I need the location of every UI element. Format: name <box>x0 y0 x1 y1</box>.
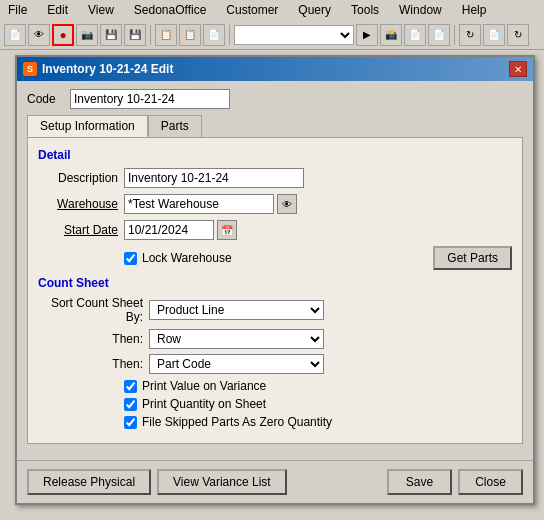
lock-warehouse-checkbox[interactable] <box>124 252 137 265</box>
start-date-input[interactable] <box>124 220 214 240</box>
toolbar-btn-8[interactable]: 📄 <box>203 24 225 46</box>
menu-sedonaoffice[interactable]: SedonaOffice <box>130 2 211 18</box>
toolbar-separator-1 <box>150 25 151 45</box>
dialog-icon: S <box>23 62 37 76</box>
sort-count-sheet-dropdown[interactable]: Product Line Part Code Description Row <box>149 300 324 320</box>
warehouse-row: Warehouse 👁 <box>38 194 512 214</box>
warehouse-field-group: 👁 <box>124 194 297 214</box>
menu-tools[interactable]: Tools <box>347 2 383 18</box>
lock-warehouse-row: Lock Warehouse <box>124 251 232 265</box>
save-button[interactable]: Save <box>387 469 452 495</box>
count-sheet-section: Count Sheet Sort Count Sheet By: Product… <box>38 276 512 429</box>
toolbar-btn-2[interactable]: 👁 <box>28 24 50 46</box>
toolbar-btn-13[interactable]: ↻ <box>459 24 481 46</box>
lock-warehouse-label: Lock Warehouse <box>142 251 232 265</box>
toolbar-separator-2 <box>229 25 230 45</box>
menu-edit[interactable]: Edit <box>43 2 72 18</box>
description-input[interactable] <box>124 168 304 188</box>
detail-section-label: Detail <box>38 148 512 162</box>
menu-view[interactable]: View <box>84 2 118 18</box>
menu-help[interactable]: Help <box>458 2 491 18</box>
print-value-row: Print Value on Variance <box>38 379 512 393</box>
then-1-label: Then: <box>38 332 143 346</box>
warehouse-label: Warehouse <box>38 197 118 211</box>
start-date-label: Start Date <box>38 223 118 237</box>
menu-file[interactable]: File <box>4 2 31 18</box>
toolbar-btn-12[interactable]: 📄 <box>428 24 450 46</box>
close-button[interactable]: Close <box>458 469 523 495</box>
print-quantity-checkbox[interactable] <box>124 398 137 411</box>
dialog-close-button[interactable]: ✕ <box>509 61 527 77</box>
menu-window[interactable]: Window <box>395 2 446 18</box>
print-value-checkbox[interactable] <box>124 380 137 393</box>
print-quantity-label: Print Quantity on Sheet <box>142 397 266 411</box>
toolbar-btn-1[interactable]: 📄 <box>4 24 26 46</box>
toolbar-btn-14[interactable]: 📄 <box>483 24 505 46</box>
toolbar-dropdown[interactable] <box>234 25 354 45</box>
view-variance-list-button[interactable]: View Variance List <box>157 469 287 495</box>
toolbar-btn-11[interactable]: 📄 <box>404 24 426 46</box>
toolbar-btn-6[interactable]: 📋 <box>155 24 177 46</box>
warehouse-browse-button[interactable]: 👁 <box>277 194 297 214</box>
tabs: Setup Information Parts <box>27 115 523 137</box>
toolbar-btn-7[interactable]: 📋 <box>179 24 201 46</box>
dialog-footer: Release Physical View Variance List Save… <box>17 460 533 503</box>
file-skipped-label: File Skipped Parts As Zero Quantity <box>142 415 332 429</box>
calendar-button[interactable]: 📅 <box>217 220 237 240</box>
code-row: Code <box>27 89 523 109</box>
print-value-label: Print Value on Variance <box>142 379 266 393</box>
sort-count-sheet-label: Sort Count Sheet By: <box>38 296 143 324</box>
menu-customer[interactable]: Customer <box>222 2 282 18</box>
print-quantity-row: Print Quantity on Sheet <box>38 397 512 411</box>
toolbar-btn-stop[interactable]: ● <box>52 24 74 46</box>
menubar: File Edit View SedonaOffice Customer Que… <box>0 0 544 20</box>
file-skipped-checkbox[interactable] <box>124 416 137 429</box>
toolbar-btn-refresh[interactable]: ↻ <box>507 24 529 46</box>
toolbar-btn-5[interactable]: 💾 <box>124 24 146 46</box>
count-sheet-section-label: Count Sheet <box>38 276 512 290</box>
footer-right-buttons: Save Close <box>387 469 523 495</box>
tab-setup-information[interactable]: Setup Information <box>27 115 148 137</box>
dialog-body: Code Setup Information Parts Detail Desc… <box>17 81 533 452</box>
tab-parts[interactable]: Parts <box>148 115 202 137</box>
toolbar-btn-9[interactable]: ▶ <box>356 24 378 46</box>
toolbar-btn-3[interactable]: 📷 <box>76 24 98 46</box>
toolbar-btn-4[interactable]: 💾 <box>100 24 122 46</box>
warehouse-input[interactable] <box>124 194 274 214</box>
toolbar-separator-3 <box>454 25 455 45</box>
dialog-titlebar: S Inventory 10-21-24 Edit ✕ <box>17 57 533 81</box>
get-parts-button[interactable]: Get Parts <box>433 246 512 270</box>
then-2-dropdown[interactable]: Part Code Row Description Product Line <box>149 354 324 374</box>
sort-count-sheet-row: Sort Count Sheet By: Product Line Part C… <box>38 296 512 324</box>
toolbar: 📄 👁 ● 📷 💾 💾 📋 📋 📄 ▶ 📸 📄 📄 ↻ 📄 ↻ <box>0 20 544 50</box>
start-date-row: Start Date 📅 <box>38 220 512 240</box>
start-date-field-group: 📅 <box>124 220 237 240</box>
description-label: Description <box>38 171 118 185</box>
release-physical-button[interactable]: Release Physical <box>27 469 151 495</box>
then-2-row: Then: Part Code Row Description Product … <box>38 354 512 374</box>
dialog: S Inventory 10-21-24 Edit ✕ Code Setup I… <box>15 55 535 505</box>
then-1-dropdown[interactable]: Row Part Code Description Product Line <box>149 329 324 349</box>
tab-content: Detail Description Warehouse 👁 Start Dat… <box>27 137 523 444</box>
then-1-row: Then: Row Part Code Description Product … <box>38 329 512 349</box>
description-row: Description <box>38 168 512 188</box>
toolbar-btn-10[interactable]: 📸 <box>380 24 402 46</box>
file-skipped-row: File Skipped Parts As Zero Quantity <box>38 415 512 429</box>
code-label: Code <box>27 92 62 106</box>
footer-left-buttons: Release Physical View Variance List <box>27 469 287 495</box>
dialog-title: S Inventory 10-21-24 Edit <box>23 62 173 76</box>
menu-query[interactable]: Query <box>294 2 335 18</box>
code-input[interactable] <box>70 89 230 109</box>
dialog-title-text: Inventory 10-21-24 Edit <box>42 62 173 76</box>
then-2-label: Then: <box>38 357 143 371</box>
